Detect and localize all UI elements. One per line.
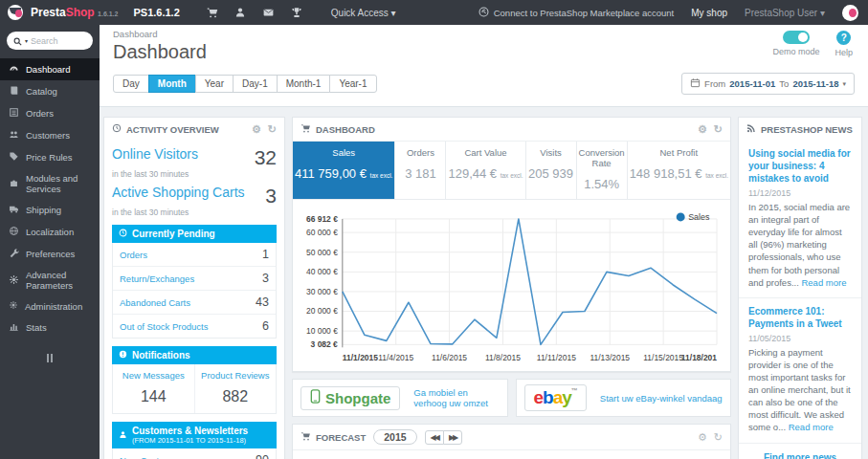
filter-day-button[interactable]: Day [113,75,149,93]
svg-text:11/1/2015: 11/1/2015 [343,353,378,362]
pending-row-returns: Return/Exchanges3 [113,267,276,291]
sidebar-item-administration[interactable]: Administration [0,295,100,317]
panel-refresh-icon[interactable]: ↻ [714,124,723,135]
user-menu[interactable]: PrestaShop User ▾ [745,8,825,18]
active-carts-link[interactable]: Active Shopping Carts [112,185,245,200]
shopgate-ad-link[interactable]: Ga mobiel en verhoog uw omzet [413,387,499,408]
search-caret-icon[interactable]: ▾ [25,37,28,44]
filter-year-button[interactable]: Year [195,75,234,93]
shopgate-logo: Shopgate [300,386,400,410]
online-visitors-value: 32 [255,146,277,169]
user-avatar[interactable] [842,5,858,21]
pending-row-orders: Orders1 [113,243,276,267]
help-icon[interactable]: ? [836,31,851,45]
breadcrumb[interactable]: Dashboard [113,29,855,39]
search-input[interactable] [31,36,84,46]
forecast-next-button[interactable]: ▶▶ [443,430,462,445]
prestashop-logo-icon [8,5,23,20]
panel-refresh-icon[interactable]: ↻ [268,124,277,135]
help-control: ? Help [835,31,853,57]
filter-day-1-button[interactable]: Day-1 [233,75,278,93]
clock-icon [112,123,122,135]
filter-month-button[interactable]: Month [148,75,196,93]
trophy-icon[interactable] [291,7,302,18]
kpi-tab-cart-value[interactable]: Cart Value 129,44 € tax excl. [446,142,525,199]
sidebar-item-customers[interactable]: Customers [0,124,100,146]
read-more-link[interactable]: Read more [801,277,846,288]
svg-text:50 000 €: 50 000 € [306,248,338,257]
cart-icon[interactable] [207,7,218,18]
sidebar-item-dashboard[interactable]: Dashboard [0,58,100,80]
sidebar-item-orders[interactable]: Orders [0,102,100,124]
online-visitors-subtext: in the last 30 minutes [112,169,277,179]
kpi-tab-sales[interactable]: Sales 411 759,00 € tax excl. [293,142,395,199]
panel-title: FORECAST [316,432,366,443]
demo-mode-toggle[interactable] [783,31,810,44]
marketplace-link[interactable]: Connect to PrestaShop Marketplace accoun… [479,7,675,19]
sidebar-item-price-rules[interactable]: Price Rules [0,146,100,168]
sidebar-item-catalog[interactable]: Catalog [0,80,100,102]
filter-month-1-button[interactable]: Month-1 [277,75,331,93]
people-icon [9,129,19,142]
sidebar-item-label: Price Rules [26,152,73,163]
read-more-link[interactable]: Read more [789,422,834,432]
find-more-news-link[interactable]: Find more news [739,443,861,459]
gauge-icon [9,63,19,76]
forecast-year[interactable]: 2015 [373,429,416,445]
envelope-icon[interactable] [262,7,275,18]
sales-chart: 11/1/201511/4/201511/6/201511/8/201511/1… [293,200,730,371]
svg-text:10 000 €: 10 000 € [306,326,338,336]
quick-access-menu[interactable]: Quick Access ▾ [331,8,396,18]
sidebar-item-preferences[interactable]: Preferences [0,243,100,265]
shopgate-ad[interactable]: Shopgate Ga mobiel en verhoog uw omzet [292,379,508,417]
news-article-title[interactable]: Ecommerce 101: Payments in a Tweet [748,305,852,330]
sidebar-item-label: Dashboard [26,64,70,75]
ebay-ad-link[interactable]: Start uw eBay-winkel vandaag [600,393,723,404]
bar-chart-icon [9,321,19,334]
svg-text:11/13/2015: 11/13/2015 [590,353,630,362]
forecast-prev-button[interactable]: ◀◀ [425,430,444,445]
product-reviews-cell[interactable]: Product Reviews 882 [194,364,277,413]
dashboard-panel: DASHBOARD ⚙ ↻ Sales 411 759,00 € tax exc… [292,117,731,372]
kpi-tab-orders[interactable]: Orders 3 181 [395,142,446,199]
gears-icon [9,274,19,287]
person-icon [119,430,127,441]
sidebar-item-label: Advanced Parameters [26,270,91,291]
pending-row-out-of-stock: Out of Stock Products6 [113,315,276,338]
sidebar-item-stats[interactable]: Stats [0,317,100,339]
demo-mode-control: Demo mode [772,31,819,57]
panel-settings-icon[interactable]: ⚙ [252,124,261,135]
panel-refresh-icon[interactable]: ↻ [714,432,723,443]
sidebar-item-modules[interactable]: Modules and Services [0,168,100,199]
sidebar-item-advanced-parameters[interactable]: Advanced Parameters [0,265,100,295]
date-range-button[interactable]: From 2015-11-01 To 2015-11-18 ▾ [681,73,855,95]
online-visitors-link[interactable]: Online Visitors [112,146,198,162]
sidebar-collapse-handle[interactable] [0,354,100,362]
my-shop-link[interactable]: My shop [691,8,727,18]
customers-date-range: (FROM 2015-11-01 TO 2015-11-18) [132,436,248,445]
new-messages-cell[interactable]: New Messages 144 [113,364,194,413]
panel-settings-icon[interactable]: ⚙ [698,432,707,443]
phone-icon [310,389,321,407]
ebay-ad[interactable]: ebay™ Start uw eBay-winkel vandaag [516,379,732,417]
brand-version: 1.6.1.2 [98,11,118,17]
sidebar-item-localization[interactable]: Localization [0,221,100,243]
wrench-icon [9,248,19,260]
sidebar-item-shipping[interactable]: Shipping [0,199,100,221]
sidebar-item-label: Preferences [26,249,75,259]
sidebar-item-label: Catalog [26,86,57,97]
kpi-tab-net-profit[interactable]: Net Profit 148 918,51 € tax excl. [628,142,730,199]
news-article-title[interactable]: Using social media for your business: 4 … [748,147,852,185]
kpi-tab-visits[interactable]: Visits 205 939 [526,142,577,199]
list-icon [9,107,19,120]
search-icon [13,33,22,50]
user-icon[interactable] [234,7,246,18]
sidebar-search[interactable]: ▾ [7,32,93,50]
svg-text:40 000 €: 40 000 € [306,267,338,276]
panel-settings-icon[interactable]: ⚙ [698,124,707,135]
topbar: PrestaShop 1.6.1.2 PS1.6.1.2 Quick Acces… [0,0,868,25]
filter-year-1-button[interactable]: Year-1 [329,75,376,93]
shop-version-tag: PS1.6.1.2 [133,7,179,18]
active-carts-subtext: in the last 30 minutes [112,208,277,217]
kpi-tab-conversion-rate[interactable]: Conversion Rate 1.54% [577,142,628,199]
